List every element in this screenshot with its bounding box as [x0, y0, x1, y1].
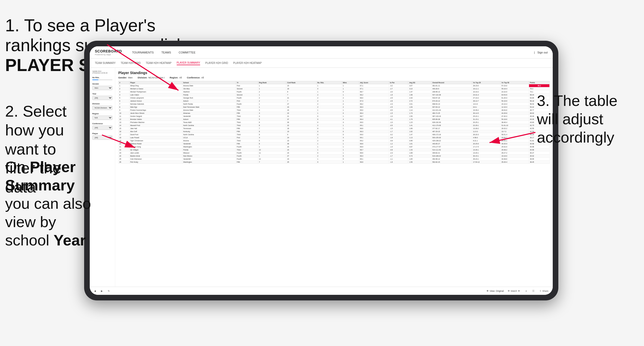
- nav-tournaments[interactable]: TOURNAMENTS: [132, 50, 154, 55]
- sidebar-no-rds: No Rds.: [92, 76, 112, 80]
- table-row[interactable]: 15 Jake Hall Tennessee Fifth 7 18 8 1 68…: [119, 127, 550, 130]
- division-select[interactable]: NCAA Division I: [92, 106, 112, 110]
- table-row[interactable]: 18 Luke Powell UCLA First 4 24 1 4 69.1 …: [119, 136, 550, 139]
- toolbar-back[interactable]: ◀: [93, 289, 97, 293]
- nav-committee[interactable]: COMMITTEE: [179, 50, 196, 55]
- cell-player: Nicholas Gabrelcik: [129, 103, 182, 106]
- year-select[interactable]: (All): [92, 96, 112, 100]
- table-row[interactable]: 24 Bastien Amat New Mexico Fourth 1 27 2…: [119, 155, 550, 158]
- cell-rank: 11: [119, 115, 130, 118]
- cell-reg-rank: 8: [258, 130, 286, 133]
- cell-record: 492-96-12: [431, 158, 472, 161]
- cell-no-rds: 1: [316, 112, 342, 115]
- cell-reg-rank: 10: [258, 148, 286, 151]
- toolbar-grid[interactable]: ☷: [531, 289, 536, 293]
- cell-record: 208-96-13: [431, 90, 472, 93]
- cell-reg-rank: 1: [258, 155, 286, 158]
- cell-school: Arizona: [182, 139, 236, 142]
- table-row[interactable]: 7 Nicholas Gabrelcik North Florida Fourt…: [119, 103, 550, 106]
- table-row[interactable]: 1 Wenyi Ding Arizona State First 1 15 1 …: [119, 84, 550, 87]
- toolbar-share[interactable]: ⇧ Share: [538, 289, 550, 293]
- toolbar-download[interactable]: ⇓: [524, 289, 529, 293]
- subnav-player-h2h-grid[interactable]: PLAYER H2H GRID: [205, 61, 228, 65]
- table-row[interactable]: 3 Michael Thorbjornsen Stanford Fourth 2…: [119, 90, 550, 93]
- table-row[interactable]: 19 Tiger Christensen Arizona Third 5 23 …: [119, 139, 550, 142]
- cell-top25: 24-31-3: [472, 93, 501, 96]
- cell-top50: 12-16-3: [500, 106, 529, 109]
- cell-avg-sg: 2.34: [408, 96, 432, 100]
- subnav-team-summary[interactable]: TEAM SUMMARY: [95, 61, 116, 65]
- subnav-team-h2h-heatmap[interactable]: TEAM H2H HEATMAP: [146, 61, 172, 65]
- cell-record: 387-133-16: [431, 115, 472, 118]
- table-row[interactable]: 20 Matthew Riedel Vanderbilt Fifth 8 36 …: [119, 142, 550, 145]
- table-row[interactable]: 22 Ian Gilligan Florida Third 10 24 1 1 …: [119, 148, 550, 151]
- no-rds-slider[interactable]: [92, 79, 112, 80]
- table-row[interactable]: 8 Mats Ege East Tennessee State Fifth 1 …: [119, 106, 550, 109]
- subnav-player-h2h-heatmap[interactable]: PLAYER H2H HEATMAP: [233, 61, 262, 65]
- cell-score-to-par: -1.1: [389, 158, 408, 161]
- gender-select[interactable]: Men: [92, 86, 112, 90]
- cell-no-rds: 0: [316, 121, 342, 124]
- table-row[interactable]: 13 Phichaksn Maichon Texas A&M Third 6 3…: [119, 121, 550, 124]
- cell-top25: 8-6-1: [472, 106, 501, 109]
- cell-rank: 21: [119, 145, 130, 148]
- table-row[interactable]: 10 Jacob Skov Olesen Arkansas Fifth 4 22…: [119, 112, 550, 115]
- cell-rank: 22: [119, 148, 130, 151]
- col-top25: Vs Top 25: [472, 81, 501, 84]
- cell-score-to-par: -4.1: [389, 118, 408, 121]
- cell-score-to-par: -1.6: [389, 93, 408, 96]
- sidebar-gender: Gender Men: [92, 83, 112, 90]
- table-row[interactable]: 23 Jack Lundin Missouri Fourth 11 24 0 1…: [119, 151, 550, 155]
- subnav-player-summary[interactable]: PLAYER SUMMARY: [177, 61, 200, 65]
- table-row[interactable]: 12 Brendan Valdes Auburn Fifth 5 37 0 4 …: [119, 118, 550, 121]
- col-no-rds: No. Rds.: [316, 81, 342, 84]
- cell-school: Kentucky: [182, 130, 236, 133]
- table-row[interactable]: 4 Luke Claton Florida Second 1 7 2 1 68.…: [119, 93, 550, 96]
- toolbar-watch[interactable]: 👁 Watch ▼: [506, 289, 521, 293]
- cell-wins: 1: [342, 124, 359, 127]
- cell-conf-rank: 37: [286, 118, 316, 121]
- cell-conf-rank: 7: [286, 93, 316, 96]
- cell-yr: Fifth: [236, 142, 258, 145]
- cell-avg-sg: 1.68: [408, 151, 432, 155]
- main-content: Update time: 27/03/2024 16:56:26 No Rds.…: [90, 68, 553, 287]
- sign-out-link[interactable]: Sign out: [537, 50, 548, 55]
- cell-avg-sg: 1.47: [408, 133, 432, 136]
- conference-select[interactable]: (All): [92, 126, 112, 130]
- view-original[interactable]: 👁 View: Original: [486, 290, 504, 292]
- col-player: Player: [129, 81, 182, 84]
- cell-player: Michael Thorbjornsen: [129, 90, 182, 93]
- cell-avg-sg: 1.98: [408, 93, 432, 96]
- cell-avg-sg: 1.43: [408, 148, 432, 151]
- table-row[interactable]: 9 Preston Summerhays Arizona State Third…: [119, 109, 550, 112]
- cell-top50: 55-16-4: [500, 87, 529, 90]
- nav-teams[interactable]: TEAMS: [161, 50, 171, 55]
- table-row[interactable]: 21 Taehoon Song Washington Fourth 1 23 1…: [119, 145, 550, 148]
- table-row[interactable]: 5 Christo Lamprecht Georgia Tech Fourth …: [119, 96, 550, 100]
- cell-conf-rank: 21: [286, 96, 316, 100]
- table-area: Player Standings Gender: Men Division: N…: [115, 68, 553, 287]
- subnav-team-h2h-grid[interactable]: TEAM H2H GRID: [121, 61, 141, 65]
- cell-points: 38.45: [529, 161, 550, 164]
- cell-avg-sg: 1.65: [408, 158, 432, 161]
- cell-rank: 10: [119, 112, 130, 115]
- toolbar-forward[interactable]: ▶: [100, 289, 104, 293]
- table-row[interactable]: 6 Jackson Koivun Auburn First 2 7 2 1 67…: [119, 100, 550, 103]
- table-row[interactable]: 25 Cole Sherwood Vanderbilt Fourth 12 23…: [119, 158, 550, 161]
- cell-adj-score: 67.1: [359, 84, 389, 87]
- table-row[interactable]: 16 Alex Goff Kentucky Fifth 8 19 0 0 68.…: [119, 130, 550, 133]
- cell-avg-sg: 1.66: [408, 127, 432, 130]
- region-select[interactable]: N/A: [92, 116, 112, 120]
- player-select[interactable]: (All): [92, 135, 112, 140]
- cell-record: 406-172-16: [431, 133, 472, 136]
- cell-reg-rank: 1: [258, 93, 286, 96]
- toolbar-reload[interactable]: ↻: [107, 289, 111, 293]
- table-row[interactable]: 11 Gordon Sargent Vanderbilt Third 4 21 …: [119, 115, 550, 118]
- cell-rank: 8: [119, 106, 130, 109]
- cell-adj-score: 68.2: [359, 103, 389, 106]
- table-row[interactable]: 26 Petr Hruby Washington Fifth 7 25 0 1 …: [119, 161, 550, 164]
- table-row[interactable]: 17 David Ford North Carolina Third 9 9 0…: [119, 133, 550, 136]
- table-row[interactable]: 14 Maxwell Ford North Carolina Third 8 2…: [119, 124, 550, 127]
- table-row[interactable]: 2 Michael Le Sasso Ole Miss Second 1 18 …: [119, 87, 550, 90]
- cell-conf-rank: 15: [286, 84, 316, 87]
